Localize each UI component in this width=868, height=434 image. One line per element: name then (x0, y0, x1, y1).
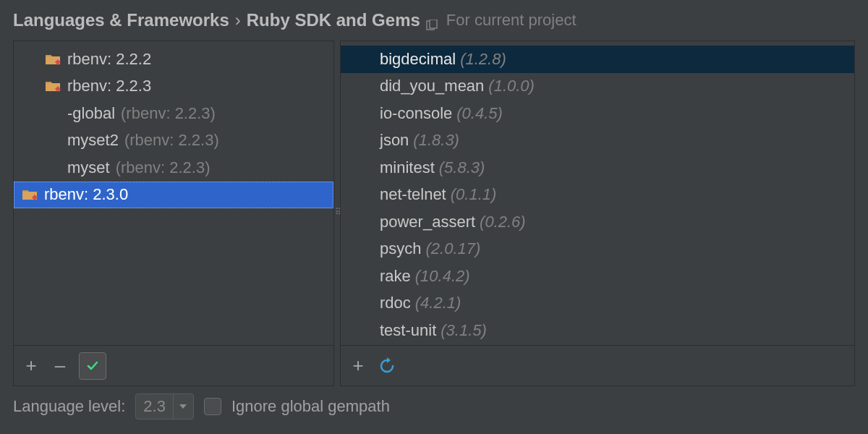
sdk-label: rbenv: 2.3.0 (44, 185, 128, 204)
gem-name: io-console (380, 104, 452, 123)
sdk-label: rbenv: 2.2.2 (67, 50, 151, 69)
gem-version: (0.4.5) (456, 104, 503, 123)
chevron-down-icon (173, 394, 193, 419)
gem-name: json (380, 131, 409, 150)
gem-row[interactable]: io-console (0.4.5) (341, 100, 854, 127)
gem-version: (4.2.1) (415, 294, 461, 312)
sdk-list-panel: rbenv: 2.2.2rbenv: 2.2.3-global (rbenv: … (13, 41, 334, 386)
folder-icon (46, 80, 61, 93)
sdk-row[interactable]: rbenv: 2.3.0 (14, 182, 333, 209)
sdk-toolbar: + – (14, 345, 333, 386)
gem-row[interactable]: bigdecimal (1.2.8) (341, 46, 854, 73)
page-title: Ruby SDK and Gems (247, 10, 420, 30)
gem-row[interactable]: minitest (5.8.3) (341, 154, 854, 182)
gem-version: (1.8.3) (413, 131, 459, 150)
gem-name: net-telnet (380, 185, 446, 204)
gem-row[interactable]: power_assert (0.2.6) (341, 208, 854, 236)
ignore-gempath-checkbox[interactable] (204, 398, 221, 415)
folder-icon (22, 188, 38, 201)
breadcrumb-parent[interactable]: Languages & Frameworks (13, 10, 229, 30)
gem-version: (3.1.5) (441, 321, 487, 340)
project-scope-icon (426, 15, 438, 27)
ignore-gempath-label[interactable]: Ignore global gempath (231, 397, 390, 416)
sdk-row[interactable]: rbenv: 2.2.2 (14, 46, 333, 73)
panel-splitter[interactable]: ⠿ (335, 207, 340, 217)
gem-version: (1.0.0) (488, 77, 535, 95)
sdk-secondary: (rbenv: 2.2.3) (121, 104, 216, 123)
sdk-row[interactable]: rbenv: 2.2.3 (14, 73, 333, 101)
gem-row[interactable]: rdoc (4.2.1) (341, 290, 854, 318)
gem-name: rdoc (380, 294, 411, 312)
gem-version: (1.2.8) (460, 50, 506, 69)
gem-row[interactable]: psych (2.0.17) (341, 236, 854, 263)
add-gem-button[interactable]: + (348, 356, 368, 376)
svg-rect-1 (430, 20, 437, 28)
gem-version: (5.8.3) (439, 158, 485, 177)
gem-version: (0.1.1) (451, 185, 497, 204)
gem-name: minitest (380, 158, 435, 177)
gem-version: (0.2.6) (480, 213, 526, 231)
sdk-row[interactable]: myset2 (rbenv: 2.2.3) (14, 127, 333, 155)
scope-label: For current project (446, 11, 576, 30)
sdk-label: -global (67, 104, 115, 123)
gem-row[interactable]: json (1.8.3) (341, 127, 854, 155)
gem-row[interactable]: did_you_mean (1.0.0) (341, 73, 854, 101)
add-sdk-button[interactable]: + (21, 356, 41, 376)
gem-name: power_assert (380, 213, 475, 231)
apply-sdk-button[interactable] (79, 352, 106, 380)
sdk-row[interactable]: myset (rbenv: 2.2.3) (14, 154, 333, 182)
gem-name: bigdecimal (380, 50, 456, 69)
refresh-gems-button[interactable] (377, 356, 397, 376)
sdk-secondary: (rbenv: 2.2.3) (116, 158, 210, 177)
gem-toolbar: + (341, 345, 854, 386)
language-level-value: 2.3 (136, 397, 173, 416)
gem-name: test-unit (380, 321, 436, 340)
sdk-label: rbenv: 2.2.3 (67, 77, 151, 95)
sdk-label: myset (67, 158, 110, 177)
gem-name: did_you_mean (380, 77, 484, 95)
gem-version: (2.0.17) (425, 239, 480, 258)
gem-list[interactable]: bigdecimal (1.2.8)did_you_mean (1.0.0)io… (341, 41, 854, 345)
check-icon (14, 185, 15, 204)
folder-icon (46, 53, 61, 66)
gem-name: psych (380, 239, 421, 258)
language-level-label: Language level: (13, 397, 125, 416)
gem-row[interactable]: rake (10.4.2) (341, 263, 854, 290)
sdk-secondary: (rbenv: 2.2.3) (124, 131, 219, 150)
sdk-label: myset2 (67, 131, 119, 150)
footer-bar: Language level: 2.3 Ignore global gempat… (0, 386, 868, 427)
breadcrumb: Languages & Frameworks › Ruby SDK and Ge… (0, 0, 868, 41)
language-level-select[interactable]: 2.3 (135, 393, 194, 420)
gem-list-panel: bigdecimal (1.2.8)did_you_mean (1.0.0)io… (340, 41, 855, 386)
gem-name: rake (380, 267, 411, 286)
breadcrumb-separator: › (235, 10, 241, 30)
sdk-row[interactable]: -global (rbenv: 2.2.3) (14, 100, 333, 127)
gem-version: (10.4.2) (415, 267, 470, 286)
gem-row[interactable]: net-telnet (0.1.1) (341, 182, 854, 209)
sdk-list[interactable]: rbenv: 2.2.2rbenv: 2.2.3-global (rbenv: … (14, 41, 333, 345)
gem-row[interactable]: test-unit (3.1.5) (341, 317, 854, 344)
remove-sdk-button[interactable]: – (50, 356, 70, 376)
